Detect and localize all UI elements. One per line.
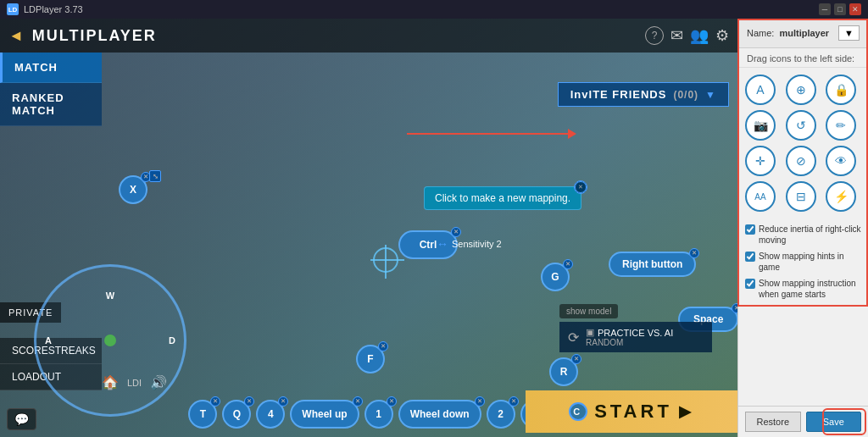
- wheel-down-remove-icon[interactable]: ✕: [475, 396, 485, 407]
- invite-friends-button[interactable]: InvITE FRIENDS (0/0) ▼: [558, 82, 729, 107]
- joystick-circle[interactable]: W A D S: [34, 264, 186, 417]
- f-key-label: F: [367, 353, 373, 365]
- lock-icon[interactable]: 🔒: [826, 75, 856, 105]
- match-menu-item[interactable]: MATCH: [0, 53, 102, 83]
- show-instruction-label: Show mapping instruction when game start…: [759, 278, 861, 300]
- new-mapping-tooltip[interactable]: Click to make a new mapping. ✕: [424, 186, 581, 210]
- reduce-inertia-checkbox[interactable]: [745, 224, 755, 235]
- no-icon[interactable]: ⊘: [786, 146, 816, 176]
- lightning-icon[interactable]: ⚡: [826, 181, 856, 212]
- eye-icon[interactable]: 👁: [826, 146, 856, 176]
- show-model-button[interactable]: show model: [559, 304, 618, 318]
- t-key[interactable]: T ✕: [188, 400, 217, 429]
- show-model-area: show model ⟳ ▣ PRACTICE VS. AI RANDOM: [559, 302, 712, 352]
- invite-count: (0/0): [673, 89, 698, 101]
- letter-a-icon[interactable]: A: [745, 75, 776, 105]
- ld-label: LDI: [127, 378, 142, 388]
- t-key-remove-icon[interactable]: ✕: [210, 396, 220, 407]
- q-key[interactable]: Q ✕: [222, 400, 251, 429]
- x-key[interactable]: X ✕ ⤡: [119, 175, 147, 204]
- reload-icon[interactable]: ↺: [786, 110, 816, 141]
- q-key-remove-icon[interactable]: ✕: [244, 396, 254, 407]
- right-panel: Name: multiplayer ▼ Drag icons to the le…: [737, 19, 868, 437]
- num2-key[interactable]: 2 ✕: [487, 400, 515, 429]
- new-mapping-text: Click to make a new mapping.: [435, 192, 570, 204]
- start-arrow-icon: ▶: [679, 402, 694, 421]
- wheel-down-key[interactable]: Wheel down ✕: [398, 400, 481, 429]
- refresh-icon: ⟳: [568, 329, 579, 346]
- friends-icon[interactable]: 👥: [690, 26, 709, 45]
- minimize-button[interactable]: ─: [819, 3, 831, 15]
- start-c-key: C: [569, 402, 587, 421]
- ctrl-key-label: Ctrl: [420, 239, 437, 251]
- mail-icon[interactable]: ✉: [670, 26, 683, 45]
- maximize-button[interactable]: □: [834, 3, 846, 15]
- num2-key-remove-icon[interactable]: ✕: [509, 396, 519, 407]
- ranked-match-menu-item[interactable]: RANKED MATCH: [0, 83, 102, 126]
- wheel-up-key[interactable]: Wheel up ✕: [290, 400, 359, 429]
- g-key[interactable]: G ✕: [541, 263, 570, 291]
- sensitivity-container: ↔ Sensitivity 2: [437, 237, 502, 251]
- game-topbar: ◄ MULTIPLAYER ? ✉ 👥 ⚙: [0, 19, 737, 53]
- speaker-icon[interactable]: 🔊: [150, 374, 167, 390]
- move-icon[interactable]: ✛: [745, 146, 776, 176]
- settings-icon[interactable]: ⚙: [715, 26, 729, 45]
- num1-key-label: 1: [376, 408, 381, 420]
- panel-dropdown[interactable]: ▼: [838, 25, 860, 41]
- sensitivity-label: Sensitivity 2: [452, 239, 502, 249]
- screen-icon[interactable]: ⊟: [786, 181, 816, 212]
- camera-icon[interactable]: 📷: [745, 110, 776, 141]
- pencil-icon[interactable]: ✏: [826, 110, 856, 141]
- panel-icons-grid: A ⊕ 🔒 📷 ↺ ✏ ✛ ⊘ 👁 AA ⊟ ⚡: [738, 68, 868, 218]
- g-key-remove-icon[interactable]: ✕: [563, 259, 573, 269]
- practice-label-text: PRACTICE VS. AI: [598, 328, 673, 338]
- help-button[interactable]: ?: [645, 26, 664, 45]
- panel-drag-label: Drag icons to the left side:: [738, 48, 868, 68]
- practice-text-area: ▣ PRACTICE VS. AI RANDOM: [586, 327, 673, 347]
- num4-key-remove-icon[interactable]: ✕: [278, 396, 288, 407]
- restore-button[interactable]: Restore: [745, 412, 801, 432]
- dropdown-arrow-icon: ▼: [844, 28, 854, 38]
- panel-name-value: multiplayer: [779, 28, 833, 38]
- r-key[interactable]: R ✕: [549, 357, 578, 386]
- checkbox-row-3: Show mapping instruction when game start…: [745, 278, 861, 300]
- num1-key[interactable]: 1 ✕: [364, 400, 393, 429]
- chat-button[interactable]: 💬: [7, 408, 36, 430]
- practice-bar: ⟳ ▣ PRACTICE VS. AI RANDOM: [559, 322, 712, 352]
- joystick-w-label: W: [106, 290, 114, 301]
- sensitivity-arrows-icon: ↔: [437, 237, 448, 251]
- start-button[interactable]: C START ▶: [526, 390, 737, 433]
- home-icon[interactable]: 🏠: [102, 374, 119, 390]
- num4-key[interactable]: 4 ✕: [256, 400, 285, 429]
- crosshair-inner: [373, 247, 398, 273]
- text-icon[interactable]: AA: [745, 181, 776, 212]
- show-instruction-checkbox[interactable]: [745, 279, 755, 289]
- joystick-a-label: A: [45, 335, 52, 346]
- wheel-up-label: Wheel up: [302, 408, 347, 420]
- reduce-inertia-label: Reduce inertia of right-click moving: [759, 224, 861, 246]
- app-title: LDPlayer 3.73: [24, 4, 83, 14]
- titlebar: LD LDPlayer 3.73 ─ □ ✕: [0, 0, 868, 19]
- space-key-remove-icon[interactable]: ✕: [732, 303, 737, 313]
- panel-name-label: Name:: [747, 28, 774, 38]
- right-button[interactable]: Right button ✕: [609, 252, 696, 277]
- back-button[interactable]: ◄ MULTIPLAYER: [8, 27, 157, 45]
- num2-key-label: 2: [498, 408, 504, 420]
- save-button[interactable]: Save: [806, 412, 862, 432]
- x-key-resize-icon[interactable]: ⤡: [149, 170, 161, 182]
- back-arrow-icon: ◄: [8, 27, 24, 45]
- wheel-up-remove-icon[interactable]: ✕: [353, 396, 363, 407]
- target-icon[interactable]: ⊕: [786, 75, 816, 105]
- left-menu: MATCH RANKED MATCH: [0, 53, 102, 126]
- ctrl-key-remove-icon[interactable]: ✕: [451, 227, 461, 237]
- show-hints-checkbox[interactable]: [745, 252, 755, 262]
- tooltip-close-icon[interactable]: ✕: [575, 181, 587, 193]
- num1-key-remove-icon[interactable]: ✕: [387, 396, 397, 407]
- checkbox-row-2: Show mapping hints in game: [745, 251, 861, 273]
- f-key[interactable]: F ✕: [356, 345, 385, 373]
- close-button[interactable]: ✕: [849, 3, 861, 15]
- f-key-remove-icon[interactable]: ✕: [378, 341, 388, 351]
- r-key-remove-icon[interactable]: ✕: [571, 354, 581, 364]
- panel-buttons: Restore Save: [738, 406, 868, 437]
- panel-header: Name: multiplayer ▼: [738, 19, 868, 48]
